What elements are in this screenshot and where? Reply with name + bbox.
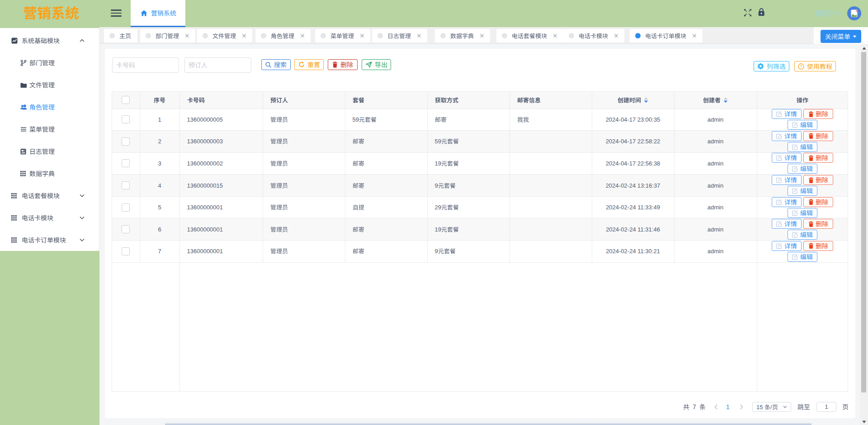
svg-text:?: ? [800,64,802,69]
